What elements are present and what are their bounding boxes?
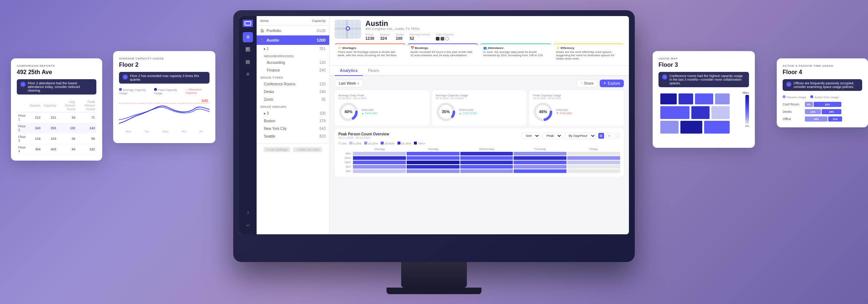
metric-peak-capacity: Peak Capacity Usage 05.20.2024 - 05.14.2… (529, 90, 624, 126)
comparison-section-label: COMPARISON REPORTS (17, 64, 96, 68)
avg-capacity-alert: → Floor 2 has exceeded max capacity 3 ti… (119, 72, 210, 84)
main-content: Austin 405 Congress Ave., Austin, TX 787… (330, 16, 629, 234)
svg-rect-26 (711, 106, 730, 119)
alert-icon-3: → (662, 74, 667, 80)
metric-avg-capacity: Average Capacity Usage 05.20.2024 - 05.1… (432, 90, 527, 126)
heatmap-legend: 0% 0-15% 15-25% 25-50% 50-75% 75%+ (338, 142, 620, 145)
heatmap-days-header: Monday Tuesday Wednesday Thursday Friday (338, 147, 620, 151)
ap-row-conf-room: Conf Room 6% 22% (783, 102, 862, 107)
location-info: Austin 405 Congress Ave., Austin, TX 787… (365, 20, 624, 41)
app-logo[interactable] (243, 20, 253, 27)
list-settings-btn[interactable]: ≡ List Settings (264, 147, 290, 152)
usage-map-section-label: USAGE MAP (658, 57, 749, 60)
location-stats: Floors1230 Spaces324 Desks100 Meeting Ro… (365, 33, 624, 41)
sidebar-icon-logout[interactable]: ↩ (243, 220, 253, 231)
table-row: Floor 31241033456 (17, 134, 96, 144)
location-header: Austin 405 Congress Ave., Austin, TX 787… (330, 16, 629, 66)
active-passive-alert: → Offices are frequently passively occup… (783, 79, 862, 91)
avg-capacity-card: AVERAGE CAPACITY USAGE Floor 2 → Floor 2… (113, 51, 215, 143)
alert-icon: → (20, 82, 26, 87)
donut-avg-cap: 35% (436, 102, 456, 122)
usage-map-card: USAGE MAP Floor 3 → Conference rooms had… (653, 51, 755, 148)
location-map-thumb (335, 20, 361, 39)
heatmap-section: Peak Person Count Overview 05.11.2024 - … (335, 128, 624, 177)
usage-map-alert: → Conference rooms had the highest capac… (658, 72, 749, 87)
meeting-rooms-label: Meeting Rooms (410, 33, 430, 36)
table-row: Floor 2 243 252 102 143 (17, 123, 96, 134)
sidebar-icon-buildings[interactable]: 🏢 (243, 57, 253, 67)
hide-list-btn[interactable]: ↑ Hide List View (293, 147, 322, 152)
active-passive-legend: Passive Usage Active Time Usage (783, 95, 862, 99)
tabs-row: Analytics Floors (330, 66, 629, 76)
chart-legend: Average Capacity Usage Peak Capacity Usa… (119, 88, 210, 95)
insight-efficiency: ⚡ Efficiency Desks are the most efficien… (553, 43, 624, 62)
nav-item-accounting[interactable]: Accounting120 (257, 59, 329, 66)
nav-footer: ≡ List Settings ↑ Hide List View (257, 143, 329, 156)
sidebar-icon-settings[interactable]: ⚙ (243, 69, 253, 80)
comparison-alert: → Floor 2 attendance had the lowest atte… (17, 79, 96, 95)
donut-peak-cap: 46% (533, 102, 553, 122)
ap-row-office: Office 19% 11% (783, 116, 862, 122)
nav-section-space-types: Space Types (257, 74, 329, 80)
by-day-hour-select[interactable]: By Day/Hour (565, 132, 596, 139)
sidebar-icon-dashboard[interactable]: ⊞ (243, 32, 253, 42)
comparison-reports-card: COMPARISON REPORTS 492 25th Ave → Floor … (11, 58, 102, 161)
peak-select[interactable]: Peak (542, 132, 562, 139)
nav-item-floor1[interactable]: ▸ 1351 (257, 45, 329, 53)
active-passive-title: Floor 4 (783, 69, 862, 76)
share-button[interactable]: ↑Share (577, 80, 598, 87)
alert-icon-4: → (786, 82, 791, 87)
avg-capacity-section-label: AVERAGE CAPACITY USAGE (119, 57, 210, 60)
max-value: 345 (201, 99, 208, 103)
analytics-controls: Last Week ▾ ↑Share ✦Explore (335, 80, 624, 87)
insights-row: ⚡ Shortages There were 39 shortage event… (335, 43, 624, 62)
data-source-icon-1 (436, 37, 439, 41)
nav-item-desks[interactable]: Desks240 (257, 88, 329, 96)
tab-analytics[interactable]: Analytics (335, 66, 363, 76)
sort-select[interactable]: Sort (522, 132, 540, 139)
heatmap-row: 12pm (338, 161, 620, 164)
active-passive-card: ACTIVE & PASSIVE TIME USAGE Floor 4 → Of… (777, 58, 868, 127)
sidebar: ⊞ 📊 🏢 ⚙ ? ↩ (239, 16, 257, 234)
ap-row-desks: Desks 13% 16% (783, 109, 862, 114)
nav-section-neighborhoods: Neighborhoods (257, 53, 329, 59)
download-btn[interactable]: ↓ (614, 133, 620, 139)
date-range-select[interactable]: Last Week ▾ (335, 80, 363, 87)
insight-shortages: ⚡ Shortages There were 39 shortage event… (335, 43, 406, 62)
nav-item-portfolio[interactable]: 🏠Portfolio 3120 (257, 26, 329, 35)
location-address: 405 Congress Ave., Austin, TX 78701 (365, 27, 624, 31)
table-row: Floor 12122215471 (17, 112, 96, 123)
nav-item-finance[interactable]: Finance240 (257, 66, 329, 74)
nav-item-3[interactable]: ▸ 3100 (257, 109, 329, 117)
svg-rect-22 (695, 93, 713, 104)
sidebar-icon-reports[interactable]: 📊 (243, 45, 253, 55)
nav-item-seattle[interactable]: Seattle820 (257, 132, 329, 140)
svg-rect-29 (704, 121, 730, 134)
nav-item-austin[interactable]: 📍Austin 1200 (257, 35, 329, 45)
svg-rect-21 (679, 93, 693, 104)
nav-item-zoom[interactable]: Zoom55 (257, 96, 329, 103)
sidebar-icon-support[interactable]: ? (243, 208, 253, 218)
donut-avg-daily: 40% (338, 102, 358, 122)
active-passive-rows: Conf Room 6% 22% Desks 13% 16% Office 19… (783, 102, 862, 122)
location-name: Austin (365, 20, 624, 27)
nav-item-nyc[interactable]: New York City543 (257, 125, 329, 132)
grid-view-btn[interactable]: ⊞ (598, 133, 604, 139)
metrics-row: Average Daily Peak 05.20.2024 - 05.14.20… (335, 90, 624, 126)
monitor-stand (233, 262, 635, 294)
svg-rect-23 (715, 93, 730, 104)
heatmap-row: 2pm (338, 165, 620, 169)
list-view-btn[interactable]: ≡ (606, 133, 612, 139)
nav-item-boston[interactable]: Boston378 (257, 117, 329, 125)
insight-bookings: 📅 Bookings Austin recorded 93 hours in t… (408, 43, 479, 62)
avg-capacity-title: Floor 2 (119, 62, 210, 68)
comparison-table: Spaces Capacity Avg. Person Count Peak P… (17, 99, 96, 155)
svg-rect-28 (680, 121, 702, 134)
tab-floors[interactable]: Floors (363, 66, 384, 75)
explore-button[interactable]: ✦Explore (600, 80, 624, 87)
heatmap-header: Peak Person Count Overview 05.11.2024 - … (338, 132, 620, 139)
svg-rect-20 (660, 93, 677, 104)
nav-item-conf-rooms[interactable]: Conference Rooms120 (257, 80, 329, 88)
floors-label: Floors (365, 33, 374, 36)
heatmap-row: 4pm (338, 169, 620, 173)
